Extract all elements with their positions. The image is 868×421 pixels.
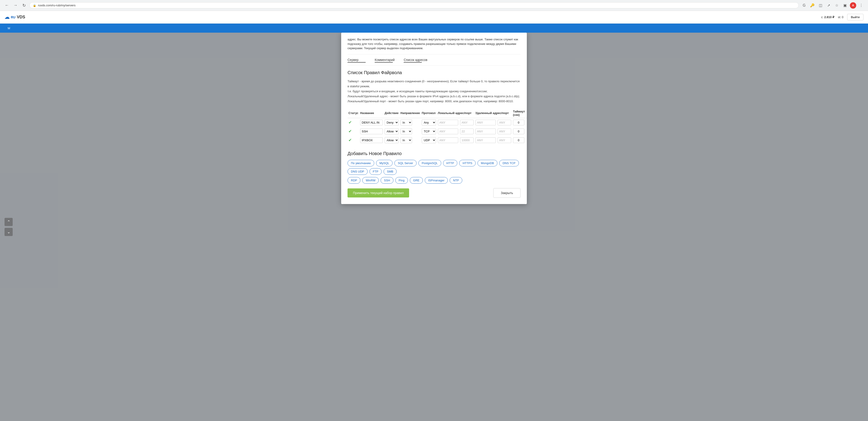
menu-icon[interactable]: ⋮ — [858, 2, 864, 9]
action-cell: DenyAllow — [384, 136, 400, 145]
back-button[interactable]: ← — [4, 2, 10, 9]
address-bar[interactable]: 🔒 ruvds.com/ru-rub/my/servers — [29, 2, 799, 8]
direction-select[interactable]: InOut — [401, 137, 412, 143]
table-row: ✔DenyAllowInOutAnyTCPUDPICMP ⊖ ↑ ↓ — [347, 136, 527, 145]
preset-postgresql-button[interactable]: PostgreSQL — [418, 160, 441, 166]
direction-select[interactable]: InOut — [401, 119, 412, 125]
timeout-input[interactable] — [513, 120, 524, 125]
tab-comment[interactable]: Комментарий — [375, 58, 395, 63]
preset-mysql-button[interactable]: MySQL — [376, 160, 393, 166]
protocol-cell: AnyTCPUDPICMP — [421, 136, 437, 145]
name-cell — [359, 118, 384, 127]
browser-chrome: ← → ↻ 🔒 ruvds.com/ru-rub/my/servers G 🔑 … — [0, 0, 868, 11]
row-actions-cell: ⊖ ↑ ↓ — [526, 136, 527, 145]
logout-button[interactable]: Выйти — [847, 14, 864, 20]
nav-bar: М — [0, 24, 868, 33]
name-input[interactable] — [360, 120, 383, 125]
preset-dns-tcp-button[interactable]: DNS TCP — [499, 160, 519, 166]
rules-table: Статус Название Действие Направление Про… — [347, 108, 527, 145]
preset-http-button[interactable]: HTTP — [443, 160, 458, 166]
local-port-input[interactable] — [460, 129, 474, 134]
site-header: ☁ RU VDS с: 2.810 ₽ st: 0 Выйти — [0, 11, 868, 24]
add-rule-title: Добавить Новое Правило — [347, 151, 521, 156]
col-direction: Направление — [400, 108, 421, 118]
local-addr-input[interactable] — [438, 137, 458, 143]
timeout-cell — [512, 127, 526, 136]
window-icon[interactable]: ▣ — [842, 2, 848, 9]
preset-mongodb-button[interactable]: MongoDB — [477, 160, 497, 166]
remote-port-input[interactable] — [498, 129, 511, 134]
status-cell: ✔ — [347, 118, 359, 127]
protocol-select[interactable]: AnyTCPUDPICMP — [422, 119, 436, 125]
preset-dns-udp-button[interactable]: DNS UDP — [347, 168, 368, 175]
local-addr-input[interactable] — [438, 120, 458, 125]
local-port-cell — [459, 118, 474, 127]
protocol-select[interactable]: AnyTCPUDPICMP — [422, 137, 436, 143]
action-select[interactable]: DenyAllow — [385, 137, 399, 143]
reload-button[interactable]: ↻ — [21, 2, 27, 9]
preset-ntp-button[interactable]: NTP — [450, 177, 462, 184]
key-icon[interactable]: 🔑 — [809, 2, 815, 9]
table-row: ✔DenyAllowInOutAnyTCPUDPICMP ⊖ ↑ ↓ — [347, 118, 527, 127]
tab-address-list[interactable]: Список адресов — [404, 58, 427, 63]
status-icon: ✔ — [348, 129, 352, 134]
bottom-actions: Применить текущий набор правил Закрыть — [347, 188, 521, 198]
local-port-input[interactable] — [460, 120, 474, 125]
remote-port-input[interactable] — [498, 120, 511, 125]
balance-amount: 2.810 ₽ — [824, 16, 834, 19]
browser-actions: G 🔑 ◫ ➚ ☆ ▣ A ⋮ — [801, 2, 864, 9]
lock-icon: 🔒 — [33, 4, 36, 7]
col-name: Название — [359, 108, 384, 118]
row-actions-cell: ⊖ ↑ ↓ — [526, 118, 527, 127]
local-addr-cell — [437, 136, 459, 145]
google-icon[interactable]: G — [801, 2, 807, 9]
preset-по-умолчанию-button[interactable]: По умолчанию — [347, 160, 374, 166]
grid-icon[interactable]: ◫ — [817, 2, 824, 9]
col-protocol: Протокол — [421, 108, 437, 118]
description: Таймаут - время до разрыва неактивного с… — [347, 79, 521, 104]
preset-rdp-button[interactable]: RDP — [347, 177, 361, 184]
remote-addr-input[interactable] — [475, 129, 496, 134]
preset-ftp-button[interactable]: FTP — [370, 168, 382, 175]
remote-addr-cell — [474, 136, 497, 145]
tab-server[interactable]: Сервер — [347, 58, 366, 63]
header-right: с: 2.810 ₽ st: 0 Выйти — [821, 14, 864, 20]
name-cell — [359, 136, 384, 145]
status-icon: ✔ — [348, 138, 352, 142]
logo-ru: RU — [11, 16, 16, 19]
action-select[interactable]: DenyAllow — [385, 119, 399, 125]
avatar: A — [850, 2, 856, 9]
direction-select[interactable]: InOut — [401, 128, 412, 135]
preset-sql-server-button[interactable]: SQL Server — [394, 160, 416, 166]
url-text: ruvds.com/ru-rub/my/servers — [38, 4, 75, 7]
preset-gre-button[interactable]: GRE — [410, 177, 423, 184]
preset-ping-button[interactable]: Ping — [395, 177, 408, 184]
preset-https-button[interactable]: HTTPS — [459, 160, 476, 166]
star-icon[interactable]: ☆ — [834, 2, 840, 9]
col-local: Локальный адрес/порт — [437, 108, 474, 118]
main-content: ⌃ ⌄ адрес. Вы можете посмотреть список а… — [0, 33, 868, 421]
preset-ssh-button[interactable]: SSH — [380, 177, 394, 184]
forward-button[interactable]: → — [12, 2, 19, 9]
action-select[interactable]: DenyAllow — [385, 128, 399, 135]
status-cell: ✔ — [347, 127, 359, 136]
share-icon[interactable]: ➚ — [826, 2, 832, 9]
timeout-input[interactable] — [513, 137, 524, 143]
remote-port-input[interactable] — [498, 137, 511, 143]
protocol-select[interactable]: AnyTCPUDPICMP — [422, 128, 436, 135]
preset-smb-button[interactable]: SMB — [383, 168, 397, 175]
timeout-input[interactable] — [513, 129, 524, 134]
remote-addr-input[interactable] — [475, 120, 496, 125]
close-button[interactable]: Закрыть — [493, 188, 521, 198]
remote-addr-input[interactable] — [475, 137, 496, 143]
apply-button[interactable]: Применить текущий набор правил — [347, 188, 409, 197]
name-input[interactable] — [360, 129, 383, 134]
preset-ispmanager-button[interactable]: ISPmanager — [425, 177, 448, 184]
name-input[interactable] — [360, 137, 383, 143]
direction-cell: InOut — [400, 127, 421, 136]
local-port-input[interactable] — [460, 137, 474, 143]
tickets-label: st: 0 — [838, 16, 843, 19]
preset-winrm-button[interactable]: WinRM — [362, 177, 379, 184]
nav-item-servers[interactable]: М — [4, 24, 13, 33]
local-addr-input[interactable] — [438, 129, 458, 134]
